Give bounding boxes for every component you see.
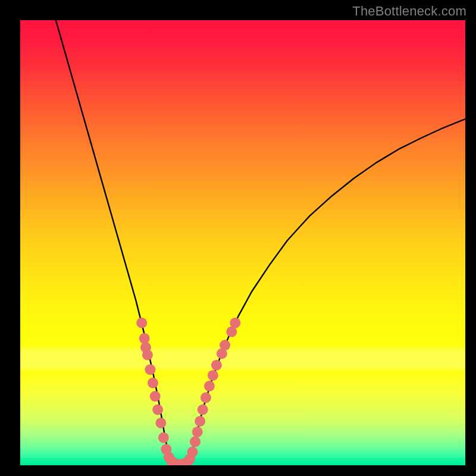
data-marker <box>152 405 163 415</box>
data-marker <box>190 436 201 447</box>
data-marker <box>208 370 218 381</box>
data-marker <box>136 318 147 328</box>
data-marker <box>204 381 215 392</box>
data-marker <box>145 364 155 375</box>
data-marker <box>220 340 230 350</box>
curve-layer <box>20 20 465 465</box>
data-marker <box>142 350 153 361</box>
data-marker <box>148 378 158 389</box>
data-marker <box>187 447 198 458</box>
plot-area <box>20 20 465 465</box>
data-marker <box>198 405 208 415</box>
data-marker <box>195 416 205 427</box>
data-marker <box>155 418 166 428</box>
bottleneck-curve <box>56 20 465 465</box>
data-marker <box>158 433 169 443</box>
chart-frame: TheBottleneck.com <box>0 0 476 476</box>
data-marker <box>192 427 203 437</box>
data-marker <box>211 360 222 371</box>
data-marker <box>230 318 240 328</box>
data-marker <box>150 391 161 402</box>
watermark-text: TheBottleneck.com <box>352 4 466 19</box>
data-marker <box>201 392 211 403</box>
